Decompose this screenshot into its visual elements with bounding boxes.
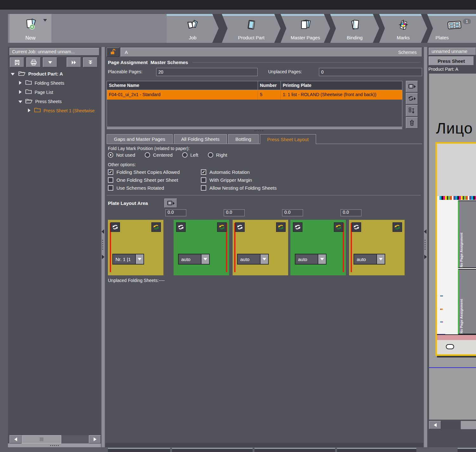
plate-4[interactable]: auto (290, 220, 346, 275)
checkbox-one-folding-sheet[interactable]: One Folding Sheet per Sheet (108, 177, 201, 183)
step-binding[interactable]: Binding (330, 14, 379, 43)
scrollbar-track[interactable] (461, 421, 476, 429)
tab-all-folding-sheets[interactable]: All Folding Sheets (174, 134, 227, 144)
collapse-left-icon[interactable] (102, 229, 104, 234)
checkbox-automatic-rotation[interactable]: ✓ Automatic Rotation (201, 169, 277, 175)
page-slot-2[interactable]: No Page Assignment (458, 269, 476, 334)
collapse-all-button[interactable] (83, 57, 97, 67)
scrollbar-thumb[interactable] (441, 421, 461, 429)
collapsed-arrow-icon[interactable] (28, 108, 30, 112)
tree-item-product-part[interactable]: Product Part: A (8, 69, 101, 78)
auto-rotate-plate-button[interactable] (151, 222, 161, 232)
plate-copies-dropdown[interactable]: auto (295, 254, 327, 265)
plate-gap-input-1[interactable]: 0.0 (165, 209, 186, 216)
auto-rotate-plate-button[interactable] (334, 222, 343, 232)
chevron-down-icon[interactable] (318, 254, 326, 264)
scroll-left-button[interactable] (10, 435, 22, 443)
plate-1[interactable]: Nr. 1 |1 (108, 220, 163, 275)
expanded-arrow-icon[interactable] (11, 73, 15, 75)
main-right-splitter[interactable] (423, 47, 428, 447)
radio-left[interactable]: Left (182, 152, 198, 158)
preview-horizontal-scrollbar[interactable] (429, 421, 476, 429)
view-options-dropdown-button[interactable] (43, 57, 57, 67)
auto-rotate-plate-button[interactable] (393, 222, 402, 232)
scroll-right-button[interactable] (89, 435, 101, 443)
column-printing-plate[interactable]: Printing Plate (281, 81, 402, 90)
tab-bottling[interactable]: Bottling (228, 134, 259, 144)
collapsed-arrow-icon[interactable] (19, 90, 22, 94)
scrollbar-thumb[interactable] (22, 435, 61, 443)
plate-5[interactable]: auto (349, 220, 405, 275)
plate-layout-options-button[interactable] (164, 199, 177, 208)
new-dropdown-arrow-icon[interactable] (43, 19, 47, 22)
rotate-plate-button[interactable] (235, 222, 245, 232)
auto-rotate-plate-button[interactable] (276, 222, 286, 232)
checkbox-use-schemes-rotated[interactable]: Use Schemes Rotated (108, 185, 201, 191)
collapse-left-icon[interactable] (424, 229, 426, 234)
page-slot-1[interactable]: No Page Assignment (458, 200, 476, 268)
refresh-scheme-button[interactable] (406, 93, 418, 104)
print-button[interactable] (26, 57, 41, 67)
rotate-plate-button[interactable] (293, 222, 302, 232)
column-number[interactable]: Number (258, 81, 281, 90)
collapse-right-icon[interactable] (102, 255, 104, 259)
press-sheet-preview[interactable]: Лицо No Page Assignment No Page Assignme… (429, 74, 476, 420)
chevron-down-icon[interactable] (376, 254, 385, 264)
step-master-pages[interactable]: Master Pages (281, 14, 330, 43)
plate-gap-input-2[interactable]: 0.0 (224, 209, 245, 216)
expanded-arrow-icon[interactable] (18, 101, 22, 103)
radio-not-used[interactable]: Not used (108, 152, 135, 158)
tree-item-press-sheets[interactable]: Press Sheets (8, 97, 101, 106)
chevron-down-icon[interactable] (260, 254, 268, 264)
rotate-plate-button[interactable] (176, 222, 186, 232)
tree-item-folding-sheets[interactable]: Folding Sheets (8, 78, 101, 88)
tree-item-press-sheet-1[interactable]: Press Sheet 1 (Sheetwise (8, 106, 101, 115)
scroll-left-button[interactable] (429, 421, 441, 429)
panel-splitter-handle[interactable] (8, 443, 101, 447)
plate-copies-dropdown[interactable]: auto (237, 254, 269, 265)
auto-rotate-plate-button[interactable] (217, 222, 227, 232)
plate-2[interactable]: auto (174, 220, 229, 275)
step-marks[interactable]: Marks (379, 14, 427, 43)
left-main-splitter[interactable] (101, 47, 105, 447)
table-horizontal-scrollbar[interactable] (107, 127, 402, 129)
plate-copies-dropdown[interactable]: auto (354, 254, 385, 265)
step-plates[interactable]: 1 Plates (427, 14, 476, 43)
plate-copies-dropdown[interactable]: Nr. 1 |1 (112, 254, 144, 265)
chevron-down-icon[interactable] (201, 254, 209, 264)
scheme-name-cell[interactable]: F04-01_ui_2x1 - Standard (107, 90, 258, 100)
rotate-plate-button[interactable] (352, 222, 361, 232)
placeable-pages-input[interactable] (156, 68, 258, 76)
collapse-right-icon[interactable] (424, 255, 427, 259)
job-tree-horizontal-scrollbar[interactable] (10, 435, 101, 443)
preview-scheme-button[interactable] (406, 81, 418, 92)
column-scheme-name[interactable]: Scheme Name (107, 81, 258, 90)
printing-plate-cell[interactable]: 1: 1 list - ROLAND (Sheetwise (front and… (281, 90, 402, 100)
press-sheet-thumbnail[interactable]: No Page Assignment No Page Assignment (435, 142, 476, 356)
step-job[interactable]: Job (167, 14, 219, 43)
expand-all-button[interactable] (67, 57, 81, 67)
collapsed-arrow-icon[interactable] (19, 81, 22, 85)
delete-scheme-button[interactable] (406, 117, 418, 128)
tree-item-page-list[interactable]: Page List (8, 88, 101, 97)
checkbox-folding-sheet-copies[interactable]: ✓ Folding Sheet Copies Allowed (108, 169, 201, 175)
new-button[interactable]: New (10, 14, 51, 43)
tab-gaps-and-master-pages[interactable]: Gaps and Master Pages (107, 134, 173, 144)
rotate-plate-button[interactable] (110, 222, 120, 232)
radio-right[interactable]: Right (208, 152, 227, 158)
plate-gap-input-3[interactable]: 0.0 (282, 209, 303, 216)
lock-button[interactable] (107, 48, 119, 57)
assign-scheme-button[interactable] (406, 105, 418, 116)
number-cell[interactable]: 5 (258, 90, 281, 100)
checkbox-gripper-margin[interactable]: With Gripper Margin (201, 177, 277, 183)
tab-press-sheet[interactable]: Press Sheet (429, 56, 474, 65)
tab-press-sheet-layout[interactable]: Press Sheet Layout (260, 134, 316, 144)
plate-copies-dropdown[interactable]: auto (178, 254, 210, 265)
scheme-row-selected[interactable]: F04-01_ui_2x1 - Standard 5 1: 1 list - R… (107, 90, 402, 100)
radio-centered[interactable]: Centered (145, 152, 173, 158)
scrollbar-track[interactable] (22, 435, 89, 443)
plate-gap-input-4[interactable]: 0.0 (340, 209, 361, 216)
checkbox-allow-nesting[interactable]: Allow Nesting of Folding Sheets (201, 185, 277, 191)
plate-3[interactable]: auto (233, 220, 288, 275)
step-product-part[interactable]: Product Part (222, 14, 281, 43)
